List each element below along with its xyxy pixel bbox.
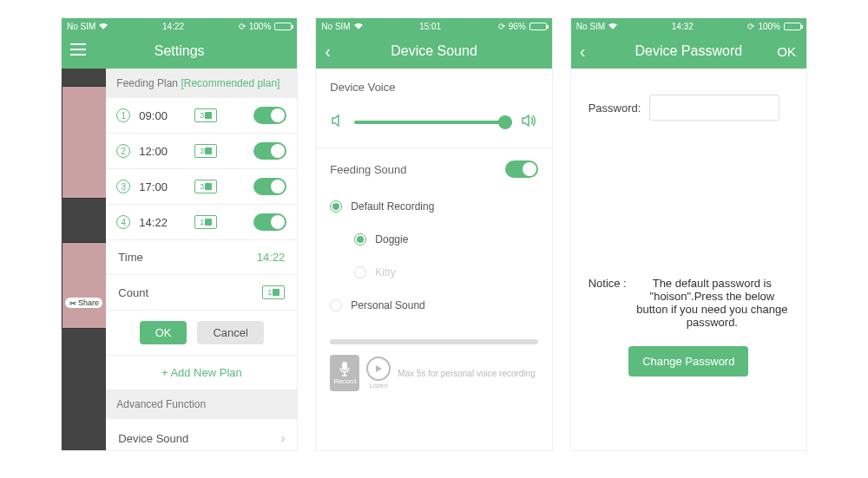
feeding-sound-row: Feeding Sound	[316, 148, 551, 190]
notice-label: Notice :	[589, 277, 627, 329]
speaker-high-icon	[521, 113, 538, 132]
battery-pct: 96%	[509, 22, 526, 31]
food-icon	[205, 147, 212, 154]
default-recording-radio[interactable]: Default Recording	[316, 190, 551, 223]
device-sound-row[interactable]: Device Sound ›	[106, 419, 297, 450]
device-voice-label: Device Voice	[316, 69, 551, 106]
button-row: OK Cancel	[106, 311, 297, 355]
menu-icon[interactable]	[70, 43, 86, 59]
carrier: No SIM	[321, 22, 350, 31]
ok-button[interactable]: OK	[140, 321, 187, 344]
password-label: Password:	[589, 101, 641, 115]
back-icon[interactable]: ‹	[580, 43, 586, 60]
time-row[interactable]: Time 14:22	[106, 240, 297, 275]
sync-icon: ⟳	[498, 22, 505, 31]
status-bar: No SIM 14:22 ⟳ 100%	[62, 18, 297, 34]
clock: 14:32	[672, 22, 694, 31]
record-hint: Max 5s for personal voice recording	[398, 369, 535, 378]
password-field[interactable]	[649, 95, 779, 121]
feeding-sound-toggle[interactable]	[505, 160, 538, 178]
plan-toggle[interactable]	[253, 107, 286, 124]
food-icon	[205, 112, 212, 119]
page-title: Device Password	[635, 43, 743, 59]
plan-row[interactable]: 4 14:22 1	[106, 205, 297, 240]
settings-panel: Feeding Plan [Recommended plan] 1 09:00 …	[106, 69, 297, 450]
page-title: Device Sound	[391, 43, 477, 59]
carrier: No SIM	[576, 22, 605, 31]
back-icon[interactable]: ‹	[325, 43, 331, 60]
portion-badge: 3	[194, 108, 217, 122]
chevron-right-icon: ›	[281, 431, 286, 445]
record-button[interactable]: Record	[330, 355, 359, 391]
feeding-plan-header: Feeding Plan [Recommended plan]	[106, 69, 297, 98]
slider-thumb[interactable]	[498, 115, 512, 129]
radio-icon	[330, 200, 342, 213]
ok-button[interactable]: OK	[777, 44, 796, 59]
count-row[interactable]: Count 1	[106, 275, 297, 311]
record-progress	[330, 339, 537, 344]
sync-icon: ⟳	[747, 22, 754, 31]
plan-toggle[interactable]	[253, 142, 286, 160]
radio-icon	[354, 233, 366, 246]
clock: 14:22	[162, 22, 184, 31]
page-title: Settings	[155, 43, 205, 59]
plan-toggle[interactable]	[253, 213, 286, 231]
svg-rect-3	[342, 362, 347, 370]
plan-row[interactable]: 1 09:00 3	[106, 98, 297, 134]
share-button[interactable]: ⫘Share	[65, 298, 102, 308]
plan-toggle[interactable]	[253, 178, 286, 195]
advanced-header: Advanced Function	[106, 390, 297, 419]
plan-time: 14:22	[139, 216, 182, 229]
header: Settings	[62, 34, 297, 69]
time-value: 14:22	[257, 251, 286, 264]
header: ‹ Device Sound	[316, 34, 551, 69]
battery-pct: 100%	[249, 22, 272, 31]
header: ‹ Device Password OK	[571, 34, 806, 69]
wifi-icon	[608, 22, 617, 31]
cancel-button[interactable]: Cancel	[197, 321, 263, 344]
portion-badge: 1	[194, 215, 217, 229]
plan-time: 12:00	[139, 145, 182, 158]
portion-badge: 3	[194, 180, 217, 193]
kitty-radio[interactable]: Kitty	[316, 256, 551, 289]
food-icon	[205, 219, 212, 226]
notice: Notice : The default password is "hoison…	[589, 277, 789, 329]
volume-slider[interactable]	[316, 106, 551, 148]
wifi-icon	[354, 22, 363, 31]
plan-row[interactable]: 3 17:00 3	[106, 169, 297, 205]
radio-icon	[354, 266, 366, 278]
record-controls: Record Listen Max 5s for personal voice …	[316, 351, 551, 395]
portion-badge: 1	[262, 285, 285, 299]
clock: 15:01	[419, 22, 441, 31]
plan-time: 09:00	[139, 109, 182, 122]
svg-rect-0	[70, 43, 86, 45]
personal-sound-radio[interactable]: Personal Sound	[316, 289, 551, 322]
device-sound-screen: No SIM 15:01 ⟳ 96% ‹ Device Sound Device…	[315, 17, 552, 451]
battery-icon	[784, 23, 801, 30]
carrier: No SIM	[67, 22, 95, 31]
settings-screen: No SIM 14:22 ⟳ 100% Settings ⫘Share	[61, 17, 298, 451]
listen-button[interactable]	[366, 357, 391, 381]
notice-text: The default password is "hoison".Press t…	[635, 277, 789, 329]
battery-icon	[529, 23, 547, 30]
change-password-button[interactable]: Change Password	[628, 346, 748, 377]
plan-row[interactable]: 2 12:00 3	[106, 134, 297, 169]
add-plan-button[interactable]: + Add New Plan	[106, 355, 297, 390]
device-password-screen: No SIM 14:32 ⟳ 100% ‹ Device Password OK…	[570, 17, 807, 451]
food-icon	[205, 183, 212, 190]
status-bar: No SIM 14:32 ⟳ 100%	[571, 18, 806, 34]
slider-track[interactable]	[354, 121, 511, 124]
status-bar: No SIM 15:01 ⟳ 96%	[316, 18, 551, 34]
doggie-radio[interactable]: Doggie	[316, 223, 551, 256]
svg-rect-2	[70, 54, 86, 56]
battery-icon	[274, 23, 292, 30]
radio-icon	[330, 299, 342, 311]
svg-rect-1	[70, 49, 86, 50]
sync-icon: ⟳	[239, 22, 246, 31]
portion-badge: 3	[194, 144, 217, 158]
plan-time: 17:00	[139, 180, 182, 193]
food-icon	[273, 289, 279, 296]
password-row: Password:	[589, 95, 789, 121]
wifi-icon	[99, 22, 108, 31]
battery-pct: 100%	[758, 22, 780, 31]
